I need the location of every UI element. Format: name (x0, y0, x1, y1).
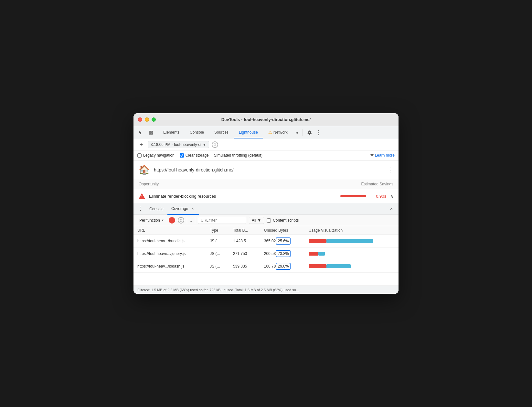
lighthouse-logo-icon: 🏠 (139, 164, 150, 175)
devtools-toolbar: Elements Console Sources Lighthouse ⚠ Ne… (133, 126, 399, 139)
cell-total: 539 835 (229, 260, 260, 273)
url-display: 3:18:06 PM - foul-heavenly-di ▼ (148, 141, 209, 148)
col-unused: Unused Bytes (260, 226, 305, 235)
cell-type: JS (... (206, 248, 229, 260)
record-button[interactable] (169, 217, 175, 224)
titlebar: DevTools - foul-heavenly-direction.glitc… (133, 113, 399, 126)
toolbar-separator-2 (195, 217, 195, 224)
settings-icon[interactable] (305, 128, 314, 137)
type-filter-select[interactable]: All ▼ (249, 217, 264, 224)
table-row[interactable]: https://foul-heav.../lodash.js JS (... 5… (133, 260, 399, 273)
network-warning-icon: ⚠ (268, 130, 272, 135)
cursor-icon[interactable] (136, 128, 145, 137)
opportunity-row[interactable]: Eliminate render-blocking resources 0.90… (133, 189, 399, 203)
cell-url: https://foul-heav.../lodash.js (133, 260, 206, 273)
opportunity-label: Opportunity (139, 182, 159, 186)
more-tabs-button[interactable]: » (293, 130, 301, 136)
close-button[interactable] (138, 117, 142, 122)
close-panel-button[interactable]: × (387, 204, 396, 214)
address-bar: + 3:18:06 PM - foul-heavenly-di ▼ ⊘ (133, 139, 399, 150)
usage-bar (309, 239, 373, 243)
url-dropdown[interactable]: ▼ (203, 143, 206, 147)
cell-total: 1 428 5... (229, 235, 260, 248)
col-type: Type (206, 226, 229, 235)
lighthouse-url-section: 🏠 https://foul-heavenly-direction.glitch… (133, 160, 399, 179)
table-row[interactable]: https://foul-heave.../jquery.js JS (... … (133, 248, 399, 260)
tab-lighthouse[interactable]: Lighthouse (234, 127, 263, 138)
col-total: Total B... (229, 226, 260, 235)
svg-rect-3 (151, 133, 153, 134)
tab-coverage-panel[interactable]: Coverage × (167, 203, 199, 215)
used-portion (309, 239, 326, 243)
devtools-body: Elements Console Sources Lighthouse ⚠ Ne… (133, 126, 399, 294)
minimize-button[interactable] (145, 117, 149, 122)
panel-menu-icon[interactable]: ⋮ (136, 206, 145, 212)
percentage-highlight: 25.6% (276, 237, 291, 245)
more-options-icon[interactable]: ⋮ (314, 128, 323, 137)
cell-unused: 200 5373.8% (260, 248, 305, 260)
block-requests-icon[interactable]: ⊘ (212, 141, 218, 148)
col-viz: Usage Visualization (305, 226, 399, 235)
lighthouse-more-icon[interactable]: ⋮ (387, 166, 393, 173)
coverage-table: URL Type Total B... Unused Bytes Usage V… (133, 226, 399, 286)
percentage-highlight: 29.8% (276, 263, 291, 270)
learn-more-button[interactable]: Learn more (370, 153, 395, 158)
savings-bar (340, 195, 366, 197)
tab-divider (302, 129, 303, 136)
legacy-navigation-checkbox[interactable]: Legacy navigation (137, 153, 175, 158)
maximize-button[interactable] (152, 117, 156, 122)
opportunity-header: Opportunity Estimated Savings (133, 179, 399, 189)
url-filter-input[interactable] (198, 217, 246, 224)
inspect-icon[interactable] (146, 128, 155, 137)
opportunity-text: Eliminate render-blocking resources (149, 194, 336, 199)
content-scripts-checkbox[interactable]: Content scripts (267, 218, 299, 223)
toolbar-separator (187, 217, 187, 224)
cell-url: https://foul-heav.../bundle.js (133, 235, 206, 248)
per-function-arrow-icon: ▼ (161, 219, 164, 222)
estimated-savings-label: Estimated Savings (361, 182, 393, 186)
tab-console-panel[interactable]: Console (145, 203, 167, 215)
traffic-lights (138, 117, 156, 122)
cell-url: https://foul-heave.../jquery.js (133, 248, 206, 260)
cell-viz (305, 248, 399, 260)
cell-unused: 160 7829.8% (260, 260, 305, 273)
panel-tabs: ⋮ Console Coverage × × (133, 203, 399, 215)
col-url: URL (133, 226, 206, 235)
panel-toolbar: Per function ▼ ⊘ ↓ All ▼ Content scripts (133, 215, 399, 226)
used-portion (309, 264, 326, 268)
tab-sources[interactable]: Sources (209, 127, 234, 138)
used-portion (309, 252, 318, 256)
cell-viz (305, 260, 399, 273)
close-coverage-tab[interactable]: × (190, 206, 195, 211)
options-row: Legacy navigation Clear storage Simulate… (133, 150, 399, 160)
usage-bar (309, 252, 373, 256)
window-title: DevTools - foul-heavenly-direction.glitc… (221, 117, 311, 122)
svg-rect-1 (151, 131, 153, 132)
svg-rect-2 (149, 133, 151, 134)
lighthouse-url-text: https://foul-heavenly-direction.glitch.m… (154, 167, 383, 172)
warning-triangle-icon (139, 193, 145, 199)
download-button[interactable]: ↓ (190, 217, 192, 223)
table-row[interactable]: https://foul-heav.../bundle.js JS (... 1… (133, 235, 399, 248)
expand-button[interactable]: ∧ (390, 193, 393, 199)
cell-type: JS (... (206, 260, 229, 273)
tab-network[interactable]: ⚠ Network (263, 127, 293, 138)
status-bar: Filtered: 1.5 MB of 2.2 MB (68%) used so… (133, 286, 399, 294)
cell-viz (305, 235, 399, 248)
table-header-row: URL Type Total B... Unused Bytes Usage V… (133, 226, 399, 235)
tab-console[interactable]: Console (185, 127, 209, 138)
tab-elements[interactable]: Elements (158, 127, 185, 138)
coverage-panel: ⋮ Console Coverage × × Per function ▼ ⊘ (133, 203, 399, 294)
svg-rect-0 (149, 131, 151, 132)
cell-type: JS (... (206, 235, 229, 248)
per-function-selector[interactable]: Per function ▼ (137, 217, 166, 224)
percentage-highlight: 73.8% (276, 250, 291, 257)
add-button[interactable]: + (137, 141, 145, 148)
status-text: Filtered: 1.5 MB of 2.2 MB (68%) used so… (137, 288, 299, 292)
unused-portion (326, 264, 351, 268)
clear-coverage-button[interactable]: ⊘ (178, 217, 184, 224)
all-select-arrow-icon: ▼ (257, 218, 261, 223)
clear-storage-checkbox[interactable]: Clear storage (180, 153, 209, 158)
unused-portion (326, 239, 373, 243)
savings-time: 0.90s (370, 194, 386, 199)
